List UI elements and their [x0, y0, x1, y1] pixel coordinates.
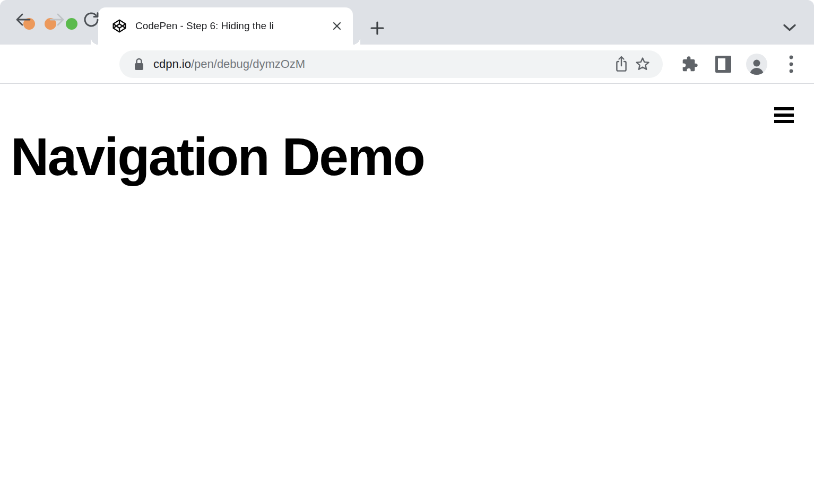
- chevron-down-icon[interactable]: [780, 20, 799, 35]
- puzzle-icon[interactable]: [678, 53, 702, 76]
- kebab-menu-icon[interactable]: [780, 53, 803, 76]
- url-host: cdpn.io: [153, 57, 191, 71]
- close-icon[interactable]: [331, 20, 343, 32]
- reload-icon[interactable]: [80, 8, 103, 31]
- tab-title: CodePen - Step 6: Hiding the li: [135, 20, 326, 32]
- star-icon[interactable]: [632, 54, 653, 75]
- url-path: /pen/debug/dymzOzM: [191, 57, 305, 71]
- share-icon[interactable]: [611, 54, 632, 75]
- plus-icon[interactable]: [368, 19, 386, 37]
- browser-toolbar: cdpn.io/pen/debug/dymzOzM: [0, 45, 814, 84]
- codepen-icon: [112, 19, 127, 33]
- browser-tab-active[interactable]: CodePen - Step 6: Hiding the li: [98, 7, 353, 45]
- arrow-right-icon[interactable]: [45, 8, 68, 31]
- side-panel-icon[interactable]: [712, 53, 735, 76]
- browser-window: CodePen - Step 6: Hiding the li: [0, 0, 814, 504]
- address-bar[interactable]: cdpn.io/pen/debug/dymzOzM: [119, 50, 663, 78]
- page-content: Navigation Demo: [0, 85, 814, 504]
- person-icon[interactable]: [745, 53, 768, 76]
- arrow-left-icon[interactable]: [12, 8, 35, 31]
- page-title: Navigation Demo: [11, 127, 424, 186]
- lock-icon: [132, 57, 146, 72]
- avatar: [746, 54, 767, 75]
- tab-strip: CodePen - Step 6: Hiding the li: [0, 0, 814, 45]
- hamburger-icon[interactable]: [774, 107, 794, 123]
- url-text[interactable]: cdpn.io/pen/debug/dymzOzM: [153, 57, 611, 71]
